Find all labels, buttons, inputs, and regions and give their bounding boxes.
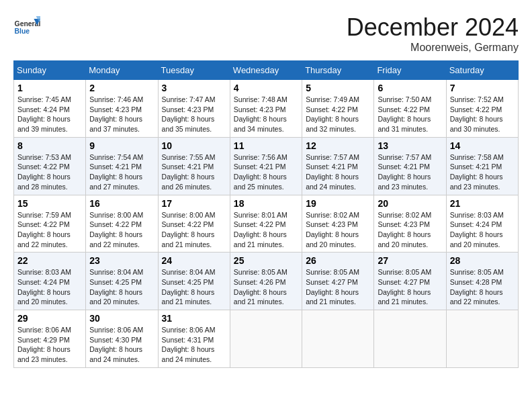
calendar-cell: 16Sunrise: 8:00 AMSunset: 4:22 PMDayligh… [86, 195, 158, 253]
day-info: Sunrise: 7:46 AMSunset: 4:23 PMDaylight:… [89, 95, 154, 134]
day-info: Sunrise: 7:53 AMSunset: 4:22 PMDaylight:… [17, 152, 82, 192]
day-info: Sunrise: 7:52 AMSunset: 4:22 PMDaylight:… [450, 95, 515, 134]
calendar-cell [446, 310, 518, 368]
day-info: Sunrise: 7:56 AMSunset: 4:21 PMDaylight:… [234, 152, 298, 192]
day-number: 13 [378, 140, 442, 151]
calendar-cell: 29Sunrise: 8:06 AMSunset: 4:29 PMDayligh… [14, 310, 86, 368]
day-info: Sunrise: 7:50 AMSunset: 4:22 PMDaylight:… [378, 95, 442, 134]
calendar-cell: 5Sunrise: 7:49 AMSunset: 4:22 PMDaylight… [302, 80, 374, 138]
day-number: 3 [162, 83, 226, 93]
calendar-cell: 10Sunrise: 7:55 AMSunset: 4:21 PMDayligh… [158, 137, 230, 195]
day-number: 6 [378, 83, 442, 93]
calendar-cell: 26Sunrise: 8:05 AMSunset: 4:27 PMDayligh… [302, 253, 374, 310]
day-info: Sunrise: 7:49 AMSunset: 4:22 PMDaylight:… [306, 95, 370, 134]
day-info: Sunrise: 8:06 AMSunset: 4:31 PMDaylight:… [162, 325, 226, 365]
calendar-cell: 22Sunrise: 8:03 AMSunset: 4:24 PMDayligh… [14, 253, 86, 310]
calendar-week-row: 1Sunrise: 7:45 AMSunset: 4:24 PMDaylight… [14, 80, 519, 138]
day-number: 14 [450, 140, 515, 151]
day-info: Sunrise: 8:05 AMSunset: 4:27 PMDaylight:… [378, 267, 442, 307]
day-info: Sunrise: 7:57 AMSunset: 4:21 PMDaylight:… [306, 152, 370, 192]
calendar-cell [374, 310, 446, 368]
day-info: Sunrise: 8:06 AMSunset: 4:30 PMDaylight:… [89, 325, 154, 365]
calendar-cell: 7Sunrise: 7:52 AMSunset: 4:22 PMDaylight… [446, 80, 518, 138]
header-cell-friday: Friday [374, 61, 446, 80]
calendar-cell: 19Sunrise: 8:02 AMSunset: 4:23 PMDayligh… [302, 195, 374, 253]
calendar-cell: 9Sunrise: 7:54 AMSunset: 4:21 PMDaylight… [86, 137, 158, 195]
day-info: Sunrise: 8:04 AMSunset: 4:25 PMDaylight:… [89, 267, 154, 307]
calendar-cell: 6Sunrise: 7:50 AMSunset: 4:22 PMDaylight… [374, 80, 446, 138]
header-cell-saturday: Saturday [446, 61, 518, 80]
header-cell-thursday: Thursday [302, 61, 374, 80]
calendar-cell: 17Sunrise: 8:00 AMSunset: 4:22 PMDayligh… [158, 195, 230, 253]
header-cell-tuesday: Tuesday [158, 61, 230, 80]
day-info: Sunrise: 8:00 AMSunset: 4:22 PMDaylight:… [89, 210, 154, 250]
day-number: 26 [306, 255, 370, 266]
day-number: 25 [234, 255, 298, 266]
calendar-week-row: 15Sunrise: 7:59 AMSunset: 4:22 PMDayligh… [14, 195, 519, 253]
logo-icon: General Blue [13, 13, 40, 40]
day-number: 23 [89, 255, 154, 266]
calendar-cell: 28Sunrise: 8:05 AMSunset: 4:28 PMDayligh… [446, 253, 518, 310]
day-info: Sunrise: 7:47 AMSunset: 4:23 PMDaylight:… [162, 95, 226, 134]
day-info: Sunrise: 8:05 AMSunset: 4:26 PMDaylight:… [234, 267, 298, 307]
calendar-cell: 15Sunrise: 7:59 AMSunset: 4:22 PMDayligh… [14, 195, 86, 253]
day-number: 7 [450, 83, 515, 93]
header-cell-monday: Monday [86, 61, 158, 80]
day-number: 1 [17, 83, 82, 93]
day-number: 18 [234, 198, 298, 209]
calendar-cell: 2Sunrise: 7:46 AMSunset: 4:23 PMDaylight… [86, 80, 158, 138]
calendar-cell [302, 310, 374, 368]
header-cell-sunday: Sunday [14, 61, 86, 80]
day-info: Sunrise: 7:48 AMSunset: 4:23 PMDaylight:… [234, 95, 298, 134]
calendar-cell: 27Sunrise: 8:05 AMSunset: 4:27 PMDayligh… [374, 253, 446, 310]
calendar-cell: 3Sunrise: 7:47 AMSunset: 4:23 PMDaylight… [158, 80, 230, 138]
day-info: Sunrise: 8:05 AMSunset: 4:27 PMDaylight:… [306, 267, 370, 307]
day-info: Sunrise: 8:02 AMSunset: 4:23 PMDaylight:… [378, 210, 442, 250]
day-number: 8 [17, 140, 82, 151]
day-info: Sunrise: 8:04 AMSunset: 4:25 PMDaylight:… [162, 267, 226, 307]
day-number: 16 [89, 198, 154, 209]
day-info: Sunrise: 8:03 AMSunset: 4:24 PMDaylight:… [450, 210, 515, 250]
day-info: Sunrise: 7:57 AMSunset: 4:21 PMDaylight:… [378, 152, 442, 192]
day-info: Sunrise: 7:58 AMSunset: 4:21 PMDaylight:… [450, 152, 515, 192]
day-number: 30 [89, 313, 154, 324]
calendar-week-row: 22Sunrise: 8:03 AMSunset: 4:24 PMDayligh… [14, 253, 519, 310]
calendar-cell: 23Sunrise: 8:04 AMSunset: 4:25 PMDayligh… [86, 253, 158, 310]
logo: General Blue [13, 13, 40, 40]
month-title: December 2024 [347, 13, 519, 42]
svg-text:Blue: Blue [15, 28, 30, 35]
day-number: 11 [234, 140, 298, 151]
calendar-cell: 14Sunrise: 7:58 AMSunset: 4:21 PMDayligh… [446, 137, 518, 195]
calendar-cell: 8Sunrise: 7:53 AMSunset: 4:22 PMDaylight… [14, 137, 86, 195]
calendar-cell: 24Sunrise: 8:04 AMSunset: 4:25 PMDayligh… [158, 253, 230, 310]
day-info: Sunrise: 8:05 AMSunset: 4:28 PMDaylight:… [450, 267, 515, 307]
day-number: 12 [306, 140, 370, 151]
day-info: Sunrise: 8:06 AMSunset: 4:29 PMDaylight:… [17, 325, 82, 365]
day-number: 9 [89, 140, 154, 151]
day-number: 21 [450, 198, 515, 209]
day-number: 19 [306, 198, 370, 209]
calendar-cell: 30Sunrise: 8:06 AMSunset: 4:30 PMDayligh… [86, 310, 158, 368]
day-number: 2 [89, 83, 154, 93]
calendar-cell: 11Sunrise: 7:56 AMSunset: 4:21 PMDayligh… [230, 137, 302, 195]
day-number: 17 [162, 198, 226, 209]
day-number: 31 [162, 313, 226, 324]
calendar-week-row: 29Sunrise: 8:06 AMSunset: 4:29 PMDayligh… [14, 310, 519, 368]
day-number: 10 [162, 140, 226, 151]
day-number: 24 [162, 255, 226, 266]
day-info: Sunrise: 7:45 AMSunset: 4:24 PMDaylight:… [17, 95, 82, 134]
day-number: 29 [17, 313, 82, 324]
location-title: Moorenweis, Germany [347, 42, 519, 54]
day-number: 27 [378, 255, 442, 266]
calendar-cell: 12Sunrise: 7:57 AMSunset: 4:21 PMDayligh… [302, 137, 374, 195]
header-cell-wednesday: Wednesday [230, 61, 302, 80]
calendar-cell: 13Sunrise: 7:57 AMSunset: 4:21 PMDayligh… [374, 137, 446, 195]
calendar-header-row: SundayMondayTuesdayWednesdayThursdayFrid… [14, 61, 519, 80]
calendar-cell: 20Sunrise: 8:02 AMSunset: 4:23 PMDayligh… [374, 195, 446, 253]
calendar-cell: 18Sunrise: 8:01 AMSunset: 4:22 PMDayligh… [230, 195, 302, 253]
day-info: Sunrise: 8:01 AMSunset: 4:22 PMDaylight:… [234, 210, 298, 250]
title-area: December 2024 Moorenweis, Germany [347, 13, 519, 54]
day-number: 5 [306, 83, 370, 93]
day-number: 4 [234, 83, 298, 93]
calendar-cell: 1Sunrise: 7:45 AMSunset: 4:24 PMDaylight… [14, 80, 86, 138]
